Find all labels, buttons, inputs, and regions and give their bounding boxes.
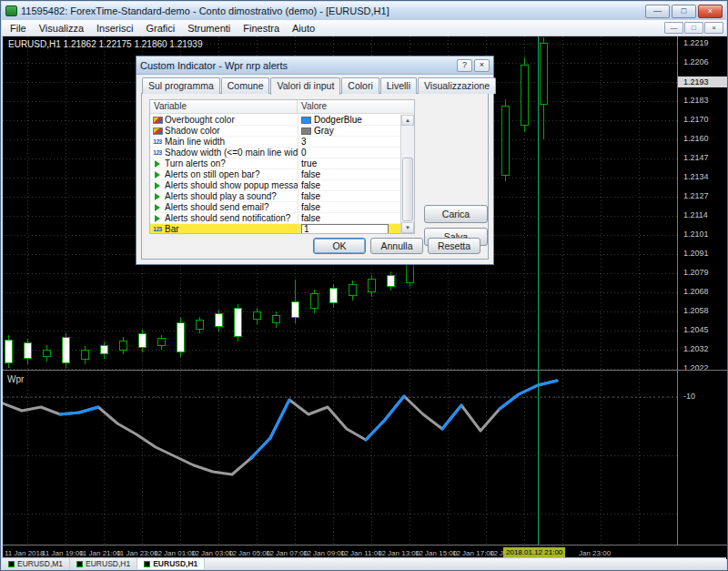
price-axis[interactable]: 1.22191.22061.21931.21831.21701.21601.21… xyxy=(677,36,727,545)
param-icon-cell xyxy=(150,117,165,124)
time-label: 11 Jan 21:00 xyxy=(79,549,121,557)
dialog-tab-livelli[interactable]: Livelli xyxy=(380,77,417,94)
param-name: Alerts on still open bar? xyxy=(165,169,298,179)
chart-tab-icon xyxy=(8,561,15,567)
param-value[interactable]: false xyxy=(298,180,400,190)
bool-type-icon xyxy=(155,193,160,200)
param-row[interactable]: Alerts should send email?false xyxy=(150,202,400,213)
menu-item-finestra[interactable]: Finestra xyxy=(237,21,286,36)
param-value[interactable]: 3 xyxy=(298,137,400,147)
param-value[interactable]: false xyxy=(298,191,400,201)
param-name: Turn alerts on? xyxy=(165,158,298,168)
param-row[interactable]: Alerts on still open bar?false xyxy=(150,169,400,180)
table-header-row: Variable Valore xyxy=(150,100,414,114)
chart-minimize-button[interactable]: — xyxy=(664,22,683,34)
column-header-variable[interactable]: Variable xyxy=(150,100,298,113)
chart-tab-icon xyxy=(76,561,83,567)
param-value[interactable]: false xyxy=(298,169,400,179)
column-header-value[interactable]: Valore xyxy=(298,100,414,113)
cancel-button[interactable]: Annulla xyxy=(370,238,423,254)
param-value-text: true xyxy=(301,158,317,168)
bool-type-icon xyxy=(155,215,160,222)
window-titlebar[interactable]: 11595482: ForexTime-Standard-demo - Cont… xyxy=(2,2,726,20)
time-label: 12 Jan 05:00 xyxy=(228,549,270,557)
price-label: 1.2206 xyxy=(683,57,709,66)
table-scrollbar[interactable]: ▲ ▼ xyxy=(400,115,414,233)
scroll-up-icon[interactable]: ▲ xyxy=(401,115,414,126)
chart-tab[interactable]: EURUSD,H1 xyxy=(70,558,137,569)
window-title: 11595482: ForexTime-Standard-demo - Cont… xyxy=(21,5,642,16)
param-row[interactable]: 123Main line width3 xyxy=(150,137,400,148)
menu-item-inserisci[interactable]: Inserisci xyxy=(90,21,139,36)
param-icon-cell xyxy=(150,204,165,211)
dialog-titlebar[interactable]: Custom Indicator - Wpr nrp alerts ? × xyxy=(136,56,493,75)
price-label: 1.2183 xyxy=(683,96,709,105)
price-label: 1.2219 xyxy=(683,38,709,47)
chart-tab[interactable]: EURUSD,H1 xyxy=(137,558,205,569)
dialog-title: Custom Indicator - Wpr nrp alerts xyxy=(140,60,455,71)
dialog-footer: OK Annulla Resetta xyxy=(313,238,480,254)
param-row[interactable]: Alerts should show popup message?false xyxy=(150,180,400,191)
price-label: 1.2127 xyxy=(683,191,709,200)
param-value-text: false xyxy=(301,180,320,190)
param-name: Alerts should send email? xyxy=(165,202,298,212)
maximize-button[interactable]: □ xyxy=(672,5,696,18)
time-label: 12 Jan 07:00 xyxy=(266,549,308,557)
load-button[interactable]: Carica xyxy=(424,205,488,223)
bool-type-icon xyxy=(155,160,160,168)
param-value[interactable]: false xyxy=(298,213,400,223)
param-row[interactable]: Alerts should send notification?false xyxy=(150,213,400,224)
param-row[interactable]: Turn alerts on?true xyxy=(150,158,400,169)
menu-item-grafici[interactable]: Grafici xyxy=(139,21,181,36)
price-label: 1.2091 xyxy=(683,249,709,258)
menu-item-visualizza[interactable]: Visualizza xyxy=(33,21,90,36)
indicator-properties-dialog: Custom Indicator - Wpr nrp alerts ? × Su… xyxy=(136,56,494,265)
close-button[interactable]: × xyxy=(698,5,723,18)
price-label: 1.2147 xyxy=(683,153,709,162)
scroll-down-icon[interactable]: ▼ xyxy=(401,222,414,233)
chart-tab[interactable]: EURUSD,M1 xyxy=(2,558,70,569)
dialog-tab-comune[interactable]: Comune xyxy=(221,77,270,94)
scrollbar-thumb[interactable] xyxy=(402,158,413,221)
panel-divider[interactable] xyxy=(3,370,727,371)
param-edit-field[interactable]: 1 xyxy=(301,224,389,233)
dialog-tab-colori[interactable]: Colori xyxy=(341,77,379,94)
ok-button[interactable]: OK xyxy=(313,238,366,254)
dialog-tab-valori-di-input[interactable]: Valori di input xyxy=(270,77,340,95)
time-label: 11 Jan 19:00 xyxy=(42,549,84,557)
number-type-icon: 123 xyxy=(153,149,161,156)
time-label: 12 Jan 17:00 xyxy=(452,549,494,557)
chart-close-button[interactable]: × xyxy=(704,22,723,34)
price-label: 1.2079 xyxy=(683,268,709,277)
param-value[interactable]: 1 xyxy=(298,224,400,233)
dialog-tab-visualizzazione[interactable]: Visualizzazione xyxy=(418,77,496,94)
color-swatch xyxy=(301,117,311,124)
minimize-button[interactable]: — xyxy=(645,5,670,18)
price-label: 1.2101 xyxy=(683,229,709,239)
param-row[interactable]: Alerts should play a sound?false xyxy=(150,191,400,202)
menu-item-aiuto[interactable]: Aiuto xyxy=(286,21,321,36)
price-label: 1.2022 xyxy=(683,363,709,372)
menu-item-file[interactable]: File xyxy=(4,21,33,36)
param-name: Bar xyxy=(165,224,298,233)
reset-button[interactable]: Resetta xyxy=(428,238,480,254)
param-value[interactable]: true xyxy=(298,158,400,168)
dialog-help-icon[interactable]: ? xyxy=(457,59,472,72)
param-row[interactable]: Overbought colorDodgerBlue xyxy=(150,115,400,126)
param-value[interactable]: false xyxy=(298,202,400,212)
number-type-icon: 123 xyxy=(153,138,161,145)
chart-restore-button[interactable]: □ xyxy=(684,22,703,34)
param-value[interactable]: Gray xyxy=(298,126,400,136)
dialog-tab-sul-programma[interactable]: Sul programma xyxy=(142,77,220,94)
time-label: 12 Jan 09:00 xyxy=(303,549,345,557)
param-value-text: false xyxy=(301,202,320,212)
window-controls: — □ × xyxy=(645,5,723,18)
color-swatch xyxy=(301,127,311,135)
param-row[interactable]: Shadow colorGray xyxy=(150,126,400,137)
dialog-close-icon[interactable]: × xyxy=(474,59,490,72)
param-row[interactable]: 123Shadow width (<=0 main line width+3)0 xyxy=(150,148,400,158)
param-row[interactable]: 123Bar1 xyxy=(150,224,400,233)
menu-item-strumenti[interactable]: Strumenti xyxy=(181,21,237,36)
param-value[interactable]: DodgerBlue xyxy=(298,115,400,125)
param-value[interactable]: 0 xyxy=(298,148,400,158)
